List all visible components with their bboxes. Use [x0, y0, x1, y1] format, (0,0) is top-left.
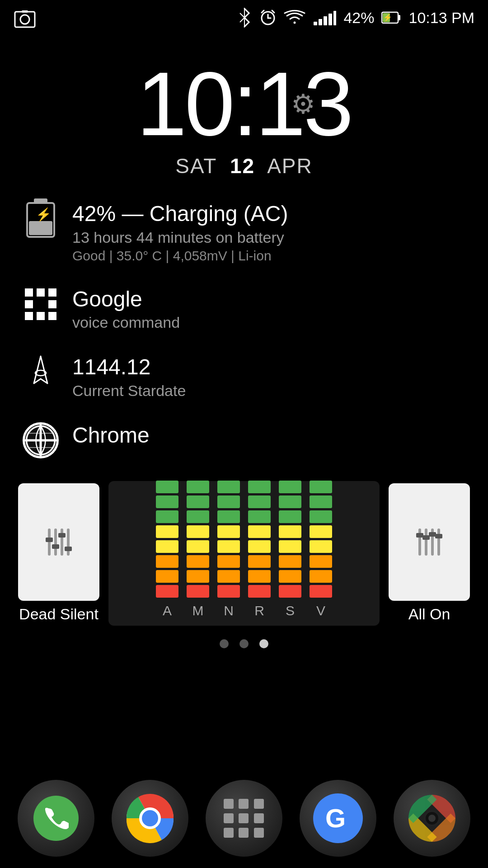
svg-text:⚡: ⚡	[383, 13, 392, 22]
svg-point-25	[142, 810, 158, 826]
google-notification[interactable]: Google voice command	[23, 286, 465, 332]
bluetooth-icon	[237, 6, 252, 29]
google-grid-icon	[25, 288, 56, 320]
month-label: APR	[267, 154, 313, 178]
status-icons: 42% ⚡ 10:13 PM	[237, 6, 474, 29]
eq-bar-s: S	[278, 481, 302, 618]
svg-rect-19	[29, 221, 52, 235]
dock-phone[interactable]	[18, 780, 94, 857]
svg-line-6	[262, 10, 264, 13]
eq-bar-a: A	[155, 481, 179, 618]
page-dot-1[interactable]	[220, 639, 229, 648]
eq-label-m: M	[192, 603, 204, 618]
starfleet-notif-icon	[23, 354, 59, 390]
battery-notification[interactable]: ⚡ 42% — Charging (AC) 13 hours 44 minute…	[23, 201, 465, 264]
apps-grid-icon	[224, 799, 264, 838]
chrome-icon	[125, 793, 175, 843]
svg-rect-8	[314, 22, 317, 25]
dead-silent-label: Dead Silent	[19, 605, 99, 623]
svg-rect-0	[15, 12, 35, 27]
svg-point-22	[27, 426, 55, 454]
battery-notif-subtitle: 13 hours 44 minutes on battery	[72, 229, 465, 246]
battery-notif-content: 42% — Charging (AC) 13 hours 44 minutes …	[72, 201, 465, 264]
signal-icon	[313, 9, 336, 26]
settings-icon[interactable]: ⚙	[291, 88, 315, 120]
dock-apps[interactable]	[206, 780, 282, 857]
eq-bars: A M	[117, 510, 371, 618]
svg-rect-14	[398, 15, 400, 20]
dock-chrome[interactable]	[112, 780, 188, 857]
eq-label-a: A	[163, 603, 172, 618]
globe-icon	[23, 422, 59, 458]
stardate-notif-content: 1144.12 Current Stardate	[72, 354, 465, 400]
app-dock: G	[0, 778, 488, 868]
eq-bar-n: N	[217, 481, 240, 618]
svg-rect-10	[324, 16, 327, 25]
battery-percentage: 42%	[343, 9, 374, 27]
equalizer-widget[interactable]: A M	[108, 481, 380, 626]
dead-silent-widget[interactable]: Dead Silent	[18, 483, 99, 623]
eq-bar-m: M	[186, 481, 210, 618]
eq-label-r: R	[254, 603, 264, 618]
clock-area: 10:13 ⚙ SAT 12 APR	[0, 59, 488, 178]
svg-rect-12	[333, 11, 336, 25]
stardate-notif-subtitle: Current Stardate	[72, 382, 465, 400]
status-bar: 42% ⚡ 10:13 PM	[0, 0, 488, 32]
eq-label-v: V	[316, 603, 325, 618]
svg-rect-2	[22, 10, 28, 13]
page-dot-3[interactable]	[259, 639, 268, 648]
battery-notif-icon: ⚡	[23, 201, 59, 237]
battery-notif-title: 42% — Charging (AC)	[72, 201, 465, 227]
google-notif-title: Google	[72, 286, 465, 312]
battery-icon: ⚡	[381, 10, 401, 25]
chrome-notif-title: Chrome	[72, 422, 465, 448]
svg-rect-9	[319, 19, 322, 25]
battery-notif-detail: Good | 35.0° C | 4,058mV | Li-ion	[72, 248, 465, 264]
date-number: 12	[230, 154, 255, 178]
chrome-notif-content: Chrome	[72, 422, 465, 448]
dock-camera[interactable]	[394, 780, 470, 857]
all-on-icon	[389, 483, 470, 601]
wifi-icon	[284, 9, 305, 26]
alarm-icon	[259, 8, 277, 27]
svg-point-1	[20, 15, 29, 24]
eq-label-s: S	[286, 603, 295, 618]
stardate-notification[interactable]: 1144.12 Current Stardate	[23, 354, 465, 400]
date-display: SAT 12 APR	[175, 154, 313, 178]
all-on-label: All On	[408, 605, 450, 623]
google-search-icon: G	[313, 793, 363, 843]
eq-bar-v: V	[309, 481, 333, 618]
phone-icon	[33, 796, 79, 841]
stardate-notif-title: 1144.12	[72, 354, 465, 380]
camera-icon	[407, 793, 457, 843]
notifications-list: ⚡ 42% — Charging (AC) 13 hours 44 minute…	[0, 201, 488, 458]
svg-line-7	[272, 10, 274, 13]
dead-silent-icon	[18, 483, 99, 601]
page-dot-2[interactable]	[239, 639, 249, 648]
main-clock: 10:13	[136, 53, 352, 154]
google-notif-subtitle: voice command	[72, 314, 465, 331]
widget-area: Dead Silent A	[0, 481, 488, 626]
page-dots	[0, 639, 488, 648]
eq-bar-r: R	[248, 481, 271, 618]
svg-text:⚡: ⚡	[36, 207, 52, 222]
svg-text:G: G	[325, 803, 346, 833]
svg-point-31	[428, 815, 436, 822]
status-time: 10:13 PM	[408, 9, 474, 27]
chrome-notif-icon	[23, 422, 59, 458]
all-on-widget[interactable]: All On	[389, 483, 470, 623]
photo-widget-icon	[14, 8, 36, 33]
day-label: SAT	[175, 154, 216, 178]
eq-label-n: N	[224, 603, 234, 618]
google-notif-content: Google voice command	[72, 286, 465, 332]
google-notif-icon	[23, 286, 59, 322]
chrome-notification[interactable]: Chrome	[23, 422, 465, 458]
dock-google[interactable]: G	[300, 780, 376, 857]
svg-rect-11	[328, 14, 332, 25]
